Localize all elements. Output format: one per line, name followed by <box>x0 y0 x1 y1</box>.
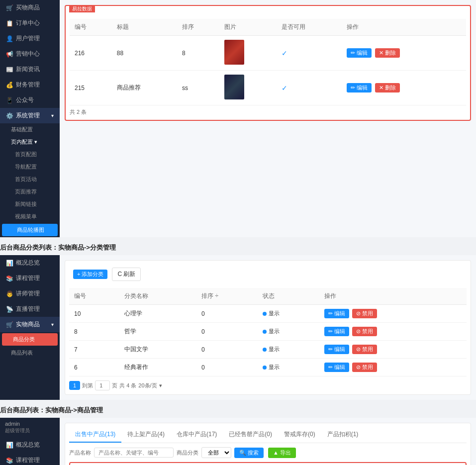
product-panel: + 添加商品 C 刷新 选 名称 图片 推荐 库存 排序 ÷ 销量 ÷ <box>69 462 467 465</box>
sidebar-sub-newslink[interactable]: 新闻链接 <box>0 198 60 210</box>
col-id: 编号 <box>70 19 112 36</box>
status-badge: 显示 <box>263 364 280 371</box>
wechat-icon: 📱 <box>6 97 13 104</box>
col-action: 操作 <box>342 19 466 36</box>
category-pagination: 1 到第 页 共 4 条 20条/页 ▾ <box>69 380 467 390</box>
edit-button-2[interactable]: ✏ 编辑 <box>347 83 372 93</box>
status-badge: 显示 <box>263 328 280 335</box>
users-icon: 👤 <box>6 35 13 42</box>
cat-col-status: 状态 <box>258 288 319 305</box>
course-icon: 📚 <box>6 275 13 282</box>
orders-icon: 📋 <box>6 20 13 27</box>
delete-button-1[interactable]: ✕ 删除 <box>375 48 400 58</box>
edit-button-1[interactable]: ✏ 编辑 <box>347 48 372 58</box>
status-dot <box>263 312 267 316</box>
tab-deduct[interactable]: 产品扣积(1) <box>321 427 365 443</box>
tab-soldout[interactable]: 已经售罄产品(0) <box>223 427 278 443</box>
delete-button-2[interactable]: ✕ 删除 <box>375 83 400 93</box>
sidebar-sub-page[interactable]: 页内配置 ▾ <box>0 136 60 148</box>
chevron-down-icon-2: ▾ <box>51 322 54 327</box>
delete-cat-1[interactable]: ⊘ 禁用 <box>352 309 377 318</box>
status-dot <box>263 330 267 334</box>
sidebar-sub-carousel[interactable]: 商品轮播图 <box>2 224 58 236</box>
delete-cat-3[interactable]: ⊘ 禁用 <box>352 345 377 354</box>
table-row: 215 商品推荐 ss ✓ ✏ 编辑 ✕ 删除 <box>70 71 466 105</box>
table-row: 7 中国文学 0 显示 ✏ 编辑 ⊘ 禁用 <box>69 341 467 359</box>
category-table: 编号 分类名称 排序 ÷ 状态 操作 10 心理学 0 显示 <box>69 288 467 376</box>
col-available: 是否可用 <box>277 19 342 36</box>
table-row: 216 88 8 ✓ ✏ 编辑 ✕ 删除 <box>70 36 466 71</box>
sidebar-sub-basic[interactable]: 基础配置 <box>0 123 60 136</box>
col-sort: 排序 <box>177 19 219 36</box>
page-1-btn[interactable]: 1 <box>69 381 80 390</box>
cat-col-name: 分类名称 <box>119 288 197 305</box>
finance-icon: 💰 <box>6 82 13 89</box>
news-icon: 📰 <box>6 66 13 73</box>
cat-col-action: 操作 <box>319 288 467 305</box>
chevron-down-icon: ▾ <box>51 113 54 118</box>
status-badge: 显示 <box>263 310 280 317</box>
sidebar2-physical[interactable]: 🛒 实物商品 ▾ <box>0 317 60 332</box>
sidebar2-sub-list[interactable]: 商品列表 <box>0 347 60 359</box>
search-button[interactable]: 🔍 搜索 <box>234 448 264 458</box>
course-icon-3: 📚 <box>6 457 13 464</box>
add-category-button[interactable]: + 添加分类 <box>73 270 107 279</box>
sidebar-item-mall[interactable]: 🛒 买物商品 <box>0 0 60 15</box>
sidebar3-course[interactable]: 📚 课程管理 <box>0 453 60 465</box>
sidebar-2: 📊 概况总览 📚 课程管理 👨 讲师管理 📡 直播管理 🛒 实物商品 ▾ 商品分… <box>0 255 60 400</box>
delete-cat-4[interactable]: ⊘ 禁用 <box>352 363 377 372</box>
edit-cat-3[interactable]: ✏ 编辑 <box>324 345 349 354</box>
sidebar-item-system[interactable]: ⚙️ 系统管理 ▾ <box>0 108 60 123</box>
tab-pending[interactable]: 待上架产品(4) <box>121 427 171 443</box>
cat-col-id: 编号 <box>69 288 119 305</box>
col-title: 标题 <box>112 19 177 36</box>
refresh-category-button[interactable]: C 刷新 <box>112 268 141 281</box>
marketing-icon: 📢 <box>6 51 13 58</box>
sidebar-sub-video[interactable]: 视频菜单 <box>0 210 60 223</box>
sidebar-item-orders[interactable]: 📋 订单中心 <box>0 15 60 31</box>
top-data-table: 编号 标题 排序 图片 是否可用 操作 216 88 8 ✓ <box>70 19 466 105</box>
edit-cat-2[interactable]: ✏ 编辑 <box>324 327 349 336</box>
table-row: 10 心理学 0 显示 ✏ 编辑 ⊘ 禁用 <box>69 305 467 323</box>
export-button[interactable]: ▲ 导出 <box>268 448 296 458</box>
sidebar2-course[interactable]: 📚 课程管理 <box>0 271 60 286</box>
sidebar-sub-nav[interactable]: 导航配置 <box>0 161 60 173</box>
sidebar-item-news[interactable]: 📰 新闻资讯 <box>0 62 60 77</box>
status-dot <box>263 348 267 352</box>
sidebar-item-marketing[interactable]: 📢 营销中心 <box>0 46 60 62</box>
col-image: 图片 <box>219 19 277 36</box>
product-search-input[interactable] <box>94 448 174 458</box>
sidebar-1: 🛒 买物商品 📋 订单中心 👤 用户管理 📢 营销中心 📰 新闻资讯 💰 财务管… <box>0 0 60 237</box>
delete-cat-2[interactable]: ⊘ 禁用 <box>352 327 377 336</box>
section-label-product: 后台商品列表：实物商品->商品管理 <box>0 406 476 415</box>
tab-warning[interactable]: 警戒库存(0) <box>278 427 321 443</box>
sidebar-sub-activity[interactable]: 首页活动 <box>0 173 60 186</box>
sidebar2-teacher[interactable]: 👨 讲师管理 <box>0 286 60 301</box>
sidebar-item-finance[interactable]: 💰 财务管理 <box>0 77 60 93</box>
teacher-icon: 👨 <box>6 290 13 297</box>
sidebar2-sub-category[interactable]: 商品分类 <box>2 333 58 346</box>
sidebar-item-wechat[interactable]: 📱 公众号 <box>0 93 60 108</box>
tab-warehouse[interactable]: 仓库中产品(17) <box>171 427 223 443</box>
physical-icon: 🛒 <box>6 321 13 328</box>
cat-col-sort: 排序 ÷ <box>196 288 258 305</box>
admin-role: 超级管理员 <box>5 427 30 434</box>
sidebar2-live[interactable]: 📡 直播管理 <box>0 301 60 317</box>
category-select[interactable]: 全部 <box>201 447 231 458</box>
section-label-category: 后台商品分类列表：实物商品->分类管理 <box>0 243 476 252</box>
page-jump-input[interactable] <box>95 380 110 390</box>
table-row: 6 经典著作 0 显示 ✏ 编辑 ⊘ 禁用 <box>69 359 467 376</box>
sidebar2-overview[interactable]: 📊 概况总览 <box>0 255 60 271</box>
sidebar-item-users[interactable]: 👤 用户管理 <box>0 31 60 46</box>
live-icon: 📡 <box>6 306 13 313</box>
tab-selling[interactable]: 出售中产品(13) <box>69 427 121 443</box>
sidebar-3: admin 超级管理员 📊 概况总览 📚 课程管理 👨 讲师管理 🔒 门锁管理 … <box>0 418 60 465</box>
status-badge: 显示 <box>263 346 280 353</box>
admin-header: admin 超级管理员 <box>0 418 60 437</box>
edit-cat-1[interactable]: ✏ 编辑 <box>324 309 349 318</box>
chevron-down-icon-sub: ▾ <box>34 139 37 145</box>
sidebar-sub-home-img[interactable]: 首页配图 <box>0 148 60 161</box>
edit-cat-4[interactable]: ✏ 编辑 <box>324 363 349 372</box>
sidebar3-overview[interactable]: 📊 概况总览 <box>0 437 60 453</box>
sidebar-sub-recommend[interactable]: 页面推荐 <box>0 186 60 198</box>
